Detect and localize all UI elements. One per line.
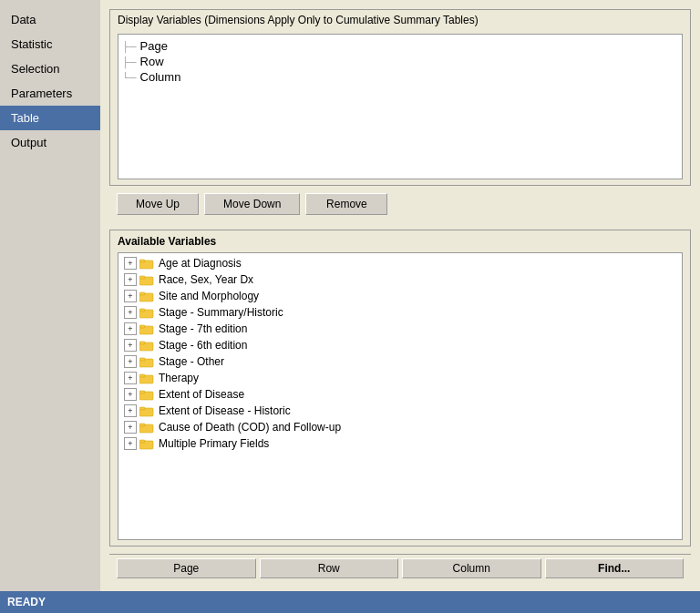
list-item[interactable]: + Multiple Primary Fields — [118, 435, 682, 452]
display-vars-box[interactable]: ├─ Page ├─ Row └─ Column — [118, 34, 683, 179]
svg-rect-11 — [139, 342, 145, 344]
svg-rect-15 — [139, 374, 145, 377]
sidebar-item-table[interactable]: Table — [0, 106, 100, 130]
content-area: Display Variables (Dimensions Apply Only… — [100, 0, 700, 591]
tree-line-column: └─ — [122, 72, 137, 83]
display-vars-title: Display Variables (Dimensions Apply Only… — [110, 10, 690, 30]
expand-icon[interactable]: + — [124, 290, 137, 302]
list-item[interactable]: + Stage - Summary/Historic — [118, 304, 682, 321]
list-item-label: Extent of Disease — [159, 388, 244, 401]
list-item[interactable]: + Race, Sex, Year Dx — [118, 271, 682, 288]
statusbar: READY — [0, 591, 700, 613]
folder-icon — [139, 340, 154, 352]
available-vars-title: Available Variables — [110, 230, 690, 252]
list-item-label: Stage - 6th edition — [159, 339, 247, 352]
svg-rect-19 — [139, 407, 145, 410]
move-down-button[interactable]: Move Down — [204, 193, 300, 215]
tree-item-page: ├─ Page — [122, 38, 678, 54]
list-item-label: Site and Morphology — [159, 290, 259, 302]
tab-page-button[interactable]: Page — [117, 558, 256, 578]
tab-column-button[interactable]: Column — [402, 558, 541, 578]
svg-rect-13 — [139, 358, 145, 361]
list-item-label: Multiple Primary Fields — [159, 437, 269, 450]
sidebar-item-statistic[interactable]: Statistic — [0, 32, 100, 56]
bottom-tab-row: Page Row Column Find... — [109, 554, 691, 582]
tree-item-row: ├─ Row — [122, 54, 678, 69]
list-item-label: Stage - 7th edition — [159, 322, 247, 335]
tree-line-row: ├─ — [122, 56, 137, 67]
sidebar: Data Statistic Selection Parameters Tabl… — [0, 0, 100, 591]
list-item-label: Therapy — [159, 372, 199, 384]
svg-rect-23 — [139, 440, 145, 443]
svg-rect-5 — [139, 292, 145, 295]
folder-icon — [139, 422, 154, 434]
list-item-label: Cause of Death (COD) and Follow-up — [159, 421, 341, 434]
list-item[interactable]: + Stage - 6th edition — [118, 337, 682, 353]
available-vars-panel: Available Variables + Age at Diagnosis+ … — [109, 230, 691, 547]
folder-icon — [139, 274, 154, 286]
tree-line-page: ├─ — [122, 41, 137, 52]
expand-icon[interactable]: + — [124, 388, 137, 401]
svg-rect-3 — [139, 276, 145, 279]
folder-icon — [139, 373, 154, 384]
tree-label-page: Page — [140, 39, 168, 53]
display-vars-panel: Display Variables (Dimensions Apply Only… — [109, 9, 691, 186]
list-item[interactable]: + Therapy — [118, 370, 682, 386]
folder-icon — [139, 291, 154, 302]
available-vars-list-inner[interactable]: + Age at Diagnosis+ Race, Sex, Year Dx+ … — [118, 253, 682, 539]
folder-icon — [139, 389, 154, 401]
expand-icon[interactable]: + — [124, 437, 137, 450]
tree-label-column: Column — [140, 70, 181, 84]
sidebar-item-output[interactable]: Output — [0, 130, 100, 155]
expand-icon[interactable]: + — [124, 421, 137, 434]
expand-icon[interactable]: + — [124, 306, 137, 319]
svg-rect-21 — [139, 424, 145, 426]
list-item-label: Stage - Other — [159, 355, 224, 368]
action-buttons: Move Up Move Down Remove — [109, 193, 691, 222]
expand-icon[interactable]: + — [124, 404, 137, 417]
folder-icon — [139, 356, 154, 368]
sidebar-item-data[interactable]: Data — [0, 7, 100, 32]
expand-icon[interactable]: + — [124, 339, 137, 352]
tree-item-column: └─ Column — [122, 69, 678, 85]
list-item-label: Extent of Disease - Historic — [159, 404, 291, 417]
expand-icon[interactable]: + — [124, 322, 137, 335]
list-item[interactable]: + Stage - Other — [118, 353, 682, 370]
folder-icon — [139, 323, 154, 335]
folder-icon — [139, 438, 154, 450]
folder-icon — [139, 258, 154, 270]
svg-rect-9 — [139, 325, 145, 328]
tab-find-button[interactable]: Find... — [545, 558, 685, 578]
svg-rect-1 — [139, 260, 145, 262]
expand-icon[interactable]: + — [124, 257, 137, 270]
list-item[interactable]: + Cause of Death (COD) and Follow-up — [118, 419, 682, 435]
available-vars-list[interactable]: + Age at Diagnosis+ Race, Sex, Year Dx+ … — [118, 252, 683, 540]
folder-icon — [139, 307, 154, 319]
list-item[interactable]: + Site and Morphology — [118, 288, 682, 304]
list-item[interactable]: + Stage - 7th edition — [118, 321, 682, 337]
sidebar-item-parameters[interactable]: Parameters — [0, 81, 100, 106]
move-up-button[interactable]: Move Up — [117, 193, 199, 215]
tree-label-row: Row — [140, 55, 164, 68]
list-item-label: Age at Diagnosis — [159, 257, 242, 270]
remove-button[interactable]: Remove — [305, 193, 387, 215]
list-item[interactable]: + Age at Diagnosis — [118, 255, 682, 271]
svg-rect-17 — [139, 391, 145, 393]
tab-row-button[interactable]: Row — [260, 558, 399, 578]
list-item[interactable]: + Extent of Disease — [118, 386, 682, 403]
svg-rect-7 — [139, 309, 145, 312]
expand-icon[interactable]: + — [124, 273, 137, 286]
expand-icon[interactable]: + — [124, 355, 137, 368]
list-item-label: Stage - Summary/Historic — [159, 306, 283, 319]
statusbar-text: READY — [7, 596, 46, 608]
sidebar-item-selection[interactable]: Selection — [0, 56, 100, 81]
expand-icon[interactable]: + — [124, 372, 137, 384]
list-item[interactable]: + Extent of Disease - Historic — [118, 403, 682, 419]
folder-icon — [139, 405, 154, 417]
list-item-label: Race, Sex, Year Dx — [159, 273, 253, 286]
